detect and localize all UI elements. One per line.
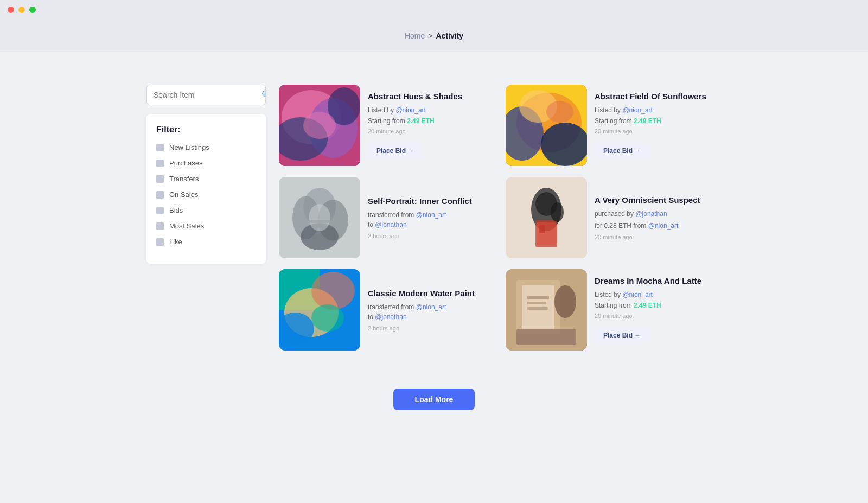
art-seller-omniscient: @nion_art <box>648 222 679 230</box>
art-thumbnail-sunflowers <box>506 85 587 166</box>
filter-label-like: Like <box>169 238 182 246</box>
place-bid-sunflowers[interactable]: Place Bid → <box>595 142 649 160</box>
place-bid-mocha-latte[interactable]: Place Bid → <box>595 327 649 344</box>
svg-point-30 <box>311 272 355 310</box>
breadcrumb-separator: > <box>428 31 432 40</box>
art-time-water-paint: 2 hours ago <box>368 325 495 332</box>
art-time-abstract-hues: 20 minute ago <box>368 128 495 135</box>
art-card-abstract-hues: Abstract Hues & Shades Listed by @nion_a… <box>279 85 495 166</box>
filter-label-on-sales: On Sales <box>169 190 198 199</box>
art-meta-omniscient: purchased by @jonathan <box>595 209 722 219</box>
filter-label-new-listings: New Listings <box>169 143 209 151</box>
svg-rect-19 <box>311 226 328 228</box>
page-content: 🔍 Filter: New Listings Purchases Transfe… <box>136 52 732 372</box>
art-info-water-paint: Classic Modern Water Paint transferred f… <box>368 269 495 351</box>
art-from-water-paint: @nion_art <box>416 303 446 311</box>
art-artist-mocha-latte: @nion_art <box>622 291 653 298</box>
art-meta-water-paint: transferred from @nion_art to @jonathan <box>368 302 495 322</box>
art-meta-abstract-hues: Listed by @nion_art <box>368 105 495 115</box>
filter-transfers[interactable]: Transfers <box>156 175 256 183</box>
svg-point-40 <box>554 285 576 318</box>
load-more-area: Load More <box>0 372 868 426</box>
art-title-abstract-hues: Abstract Hues & Shades <box>368 92 495 101</box>
art-price-val-mocha-latte: 2.49 ETH <box>634 302 661 309</box>
filter-bids[interactable]: Bids <box>156 206 256 214</box>
art-meta-sunflowers: Listed by @nion_art <box>595 105 722 115</box>
filter-label-purchases: Purchases <box>169 159 202 167</box>
art-time-self-portrait: 2 hours ago <box>368 233 495 239</box>
art-info-omniscient: A Very Omniscient Suspect purchased by @… <box>595 177 722 258</box>
filter-like[interactable]: Like <box>156 238 256 246</box>
svg-point-5 <box>303 112 336 139</box>
svg-point-32 <box>311 304 344 332</box>
art-thumbnail-water-paint <box>279 269 360 351</box>
art-price-val-sunflowers: 2.49 ETH <box>634 117 661 125</box>
art-card-water-paint: Classic Modern Water Paint transferred f… <box>279 269 495 351</box>
art-card-mocha-latte: Dreams In Mocha And Latte Listed by @nio… <box>506 269 722 351</box>
maximize-dot[interactable] <box>29 7 36 13</box>
art-info-abstract-hues: Abstract Hues & Shades Listed by @nion_a… <box>368 85 495 166</box>
art-card-self-portrait: Self-Portrait: Inner Conflict transferre… <box>279 177 495 258</box>
filter-label-transfers: Transfers <box>169 175 199 183</box>
art-time-omniscient: 20 minute ago <box>595 234 722 240</box>
art-info-mocha-latte: Dreams In Mocha And Latte Listed by @nio… <box>595 269 722 351</box>
art-thumbnail-omniscient <box>506 177 587 258</box>
search-input[interactable] <box>147 85 255 105</box>
art-price-val-abstract-hues: 2.49 ETH <box>407 117 435 125</box>
art-title-water-paint: Classic Modern Water Paint <box>368 289 495 298</box>
svg-rect-18 <box>309 220 330 223</box>
art-title-sunflowers: Abstract Field Of Sunflowers <box>595 92 722 101</box>
art-time-sunflowers: 20 minute ago <box>595 128 722 135</box>
filter-most-sales[interactable]: Most Sales <box>156 222 256 230</box>
filter-icon-new-listings <box>156 144 164 151</box>
art-to-water-paint: @jonathan <box>375 313 406 321</box>
sidebar: 🔍 Filter: New Listings Purchases Transfe… <box>146 85 266 351</box>
load-more-button[interactable]: Load More <box>393 389 475 410</box>
svg-rect-38 <box>527 307 548 310</box>
filter-label-bids: Bids <box>169 206 183 214</box>
filter-icon-purchases <box>156 160 164 167</box>
art-time-mocha-latte: 20 minute ago <box>595 313 722 319</box>
place-bid-abstract-hues[interactable]: Place Bid → <box>368 142 423 160</box>
filter-icon-bids <box>156 207 164 214</box>
art-artist-abstract-hues: @nion_art <box>395 106 426 114</box>
art-title-mocha-latte: Dreams In Mocha And Latte <box>595 276 722 285</box>
art-price-sunflowers: Starting from 2.49 ETH <box>595 117 722 125</box>
filter-panel: Filter: New Listings Purchases Transfers… <box>146 114 266 264</box>
filter-icon-transfers <box>156 175 164 183</box>
art-info-self-portrait: Self-Portrait: Inner Conflict transferre… <box>368 177 495 258</box>
breadcrumb: Home > Activity <box>405 31 463 40</box>
breadcrumb-current: Activity <box>436 31 463 40</box>
svg-rect-36 <box>527 296 549 299</box>
art-grid: Abstract Hues & Shades Listed by @nion_a… <box>279 85 722 351</box>
svg-rect-25 <box>539 225 545 233</box>
search-button[interactable]: 🔍 <box>255 86 266 104</box>
art-price-mocha-latte: Starting from 2.49 ETH <box>595 302 722 309</box>
art-price-meta-omniscient: for 0.28 ETH from @nion_art <box>595 221 722 231</box>
art-title-self-portrait: Self-Portrait: Inner Conflict <box>368 196 495 206</box>
svg-point-11 <box>546 101 573 123</box>
filter-on-sales[interactable]: On Sales <box>156 190 256 199</box>
art-info-sunflowers: Abstract Field Of Sunflowers Listed by @… <box>595 85 722 166</box>
svg-point-26 <box>551 202 564 222</box>
minimize-dot[interactable] <box>18 7 25 13</box>
art-from-self-portrait: @nion_art <box>416 211 446 219</box>
breadcrumb-home[interactable]: Home <box>405 31 425 40</box>
top-nav: Home > Activity <box>0 20 868 52</box>
art-meta-mocha-latte: Listed by @nion_art <box>595 290 722 300</box>
art-thumbnail-mocha-latte <box>506 269 587 351</box>
filter-title: Filter: <box>156 125 256 135</box>
filter-new-listings[interactable]: New Listings <box>156 143 256 151</box>
search-box[interactable]: 🔍 <box>146 85 266 105</box>
art-card-sunflowers: Abstract Field Of Sunflowers Listed by @… <box>506 85 722 166</box>
filter-purchases[interactable]: Purchases <box>156 159 256 167</box>
art-price-abstract-hues: Starting from 2.49 ETH <box>368 117 495 125</box>
close-dot[interactable] <box>8 7 14 13</box>
filter-icon-most-sales <box>156 222 164 230</box>
filter-icon-on-sales <box>156 191 164 199</box>
filter-icon-like <box>156 238 164 246</box>
art-to-self-portrait: @jonathan <box>375 221 406 228</box>
art-thumbnail-self-portrait <box>279 177 360 258</box>
art-thumbnail-abstract-hues <box>279 85 360 166</box>
art-card-omniscient: A Very Omniscient Suspect purchased by @… <box>506 177 722 258</box>
